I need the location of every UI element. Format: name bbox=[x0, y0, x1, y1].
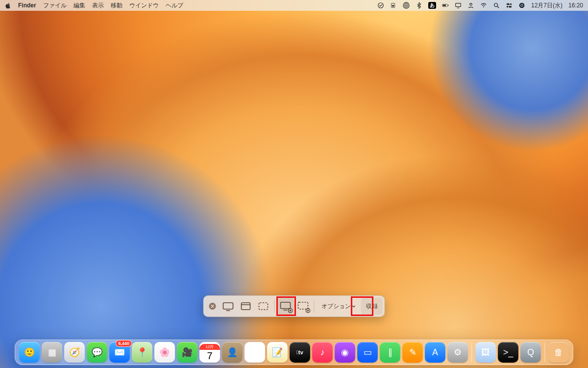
screenshot-action-button[interactable]: 収録 bbox=[361, 298, 383, 315]
dock-app-messages[interactable]: 💬 bbox=[87, 342, 107, 363]
battery-menu-icon[interactable] bbox=[390, 0, 397, 11]
airdrop-icon[interactable] bbox=[403, 0, 410, 11]
svg-rect-13 bbox=[507, 3, 510, 5]
siri-icon[interactable] bbox=[518, 0, 525, 11]
dock-app-photos[interactable]: 🌸 bbox=[154, 342, 175, 363]
capture-entire-screen-button[interactable] bbox=[220, 298, 237, 315]
dock-app-trash[interactable]: 🗑 bbox=[548, 342, 569, 363]
user-icon[interactable] bbox=[467, 0, 474, 11]
svg-rect-2 bbox=[392, 5, 394, 7]
dock-separator bbox=[471, 342, 472, 362]
dock-app-finder[interactable]: 🙂 bbox=[19, 342, 40, 363]
svg-rect-15 bbox=[509, 6, 512, 8]
svg-point-10 bbox=[470, 3, 472, 5]
toolbar-separator bbox=[274, 300, 275, 312]
screenshot-close-button[interactable] bbox=[206, 298, 220, 315]
dock-app-tv[interactable]: tv bbox=[290, 342, 310, 363]
screen-mirror-icon[interactable] bbox=[455, 0, 462, 11]
dock-separator bbox=[544, 342, 545, 362]
dock-container: 🙂▦🧭💬✉️6,440📍🌸🎥12月7👤☰📝tv♪◉▭∥✎A⚙︎🖼>_Q🗑 bbox=[15, 340, 573, 365]
dock-app-preview[interactable]: 🖼 bbox=[475, 342, 496, 363]
dock-app-terminal[interactable]: >_ bbox=[498, 342, 518, 363]
svg-point-0 bbox=[378, 3, 384, 8]
svg-rect-9 bbox=[456, 3, 461, 7]
menu-help[interactable]: ヘルプ bbox=[166, 0, 183, 11]
spotlight-icon[interactable] bbox=[493, 0, 500, 11]
svg-rect-22 bbox=[242, 303, 250, 310]
dock-app-music[interactable]: ♪ bbox=[312, 342, 333, 363]
menu-file[interactable]: ファイル bbox=[43, 0, 67, 11]
dock-app-system-settings[interactable]: ⚙︎ bbox=[447, 342, 468, 363]
dock-badge: 6,440 bbox=[116, 340, 132, 347]
capture-window-button[interactable] bbox=[237, 298, 255, 315]
menu-window[interactable]: ウインドウ bbox=[129, 0, 159, 11]
bluetooth-icon[interactable] bbox=[416, 0, 422, 11]
svg-rect-7 bbox=[443, 4, 446, 6]
control-center-icon[interactable] bbox=[506, 0, 513, 11]
dock: 🙂▦🧭💬✉️6,440📍🌸🎥12月7👤☰📝tv♪◉▭∥✎A⚙︎🖼>_Q🗑 bbox=[15, 340, 573, 365]
svg-rect-21 bbox=[223, 303, 233, 309]
capture-selection-button[interactable] bbox=[255, 298, 272, 315]
svg-point-11 bbox=[483, 6, 484, 7]
menubar: Finder ファイル 編集 表示 移動 ウインドウ ヘルプ あ 12月7日(水… bbox=[0, 0, 588, 11]
menubar-time[interactable]: 16:20 bbox=[568, 0, 583, 11]
svg-point-12 bbox=[494, 3, 498, 7]
task-icon[interactable] bbox=[377, 0, 384, 11]
svg-rect-23 bbox=[259, 303, 268, 310]
dock-app-notes[interactable]: 📝 bbox=[267, 342, 288, 363]
dock-app-safari[interactable]: 🧭 bbox=[64, 342, 85, 363]
dock-app-keynote[interactable]: ▭ bbox=[357, 342, 378, 363]
svg-point-17 bbox=[519, 3, 525, 8]
dock-app-quicktime[interactable]: Q bbox=[520, 342, 541, 363]
dock-app-appstore[interactable]: A bbox=[425, 342, 445, 363]
svg-point-16 bbox=[507, 6, 509, 8]
dock-app-pages[interactable]: ✎ bbox=[402, 342, 423, 363]
apple-menu[interactable] bbox=[5, 0, 11, 11]
menubar-left: Finder ファイル 編集 表示 移動 ウインドウ ヘルプ bbox=[5, 0, 183, 11]
menu-edit[interactable]: 編集 bbox=[74, 0, 85, 11]
svg-point-26 bbox=[290, 310, 292, 312]
record-selection-button[interactable] bbox=[294, 298, 312, 315]
ime-indicator[interactable]: あ bbox=[428, 0, 436, 11]
record-entire-screen-button[interactable] bbox=[277, 298, 294, 315]
toolbar-separator bbox=[314, 300, 315, 312]
dock-app-facetime[interactable]: 🎥 bbox=[177, 342, 197, 363]
dock-app-contacts[interactable]: 👤 bbox=[222, 342, 243, 363]
dock-app-podcasts[interactable]: ◉ bbox=[335, 342, 355, 363]
menubar-date[interactable]: 12月7日(水) bbox=[531, 0, 563, 11]
dock-app-mail[interactable]: ✉️6,440 bbox=[109, 342, 130, 363]
svg-point-29 bbox=[307, 310, 309, 312]
options-label: オプション bbox=[321, 302, 351, 311]
chevron-down-icon bbox=[352, 304, 356, 309]
svg-point-4 bbox=[404, 3, 408, 7]
battery-icon[interactable] bbox=[442, 0, 449, 11]
screenshot-options-button[interactable]: オプション bbox=[317, 298, 361, 315]
menubar-status: あ 12月7日(水) 16:20 bbox=[377, 0, 583, 11]
svg-rect-8 bbox=[448, 5, 448, 6]
action-label: 収録 bbox=[366, 302, 378, 311]
menu-go[interactable]: 移動 bbox=[111, 0, 122, 11]
dock-app-numbers[interactable]: ∥ bbox=[380, 342, 400, 363]
dock-app-launchpad[interactable]: ▦ bbox=[42, 342, 62, 363]
screenshot-toolbar: オプション 収録 bbox=[203, 295, 385, 317]
dock-app-calendar[interactable]: 12月7 bbox=[199, 342, 220, 363]
menu-view[interactable]: 表示 bbox=[92, 0, 104, 11]
svg-point-14 bbox=[510, 3, 512, 5]
menubar-app-name[interactable]: Finder bbox=[18, 0, 36, 11]
dock-app-reminders[interactable]: ☰ bbox=[245, 342, 265, 363]
svg-point-3 bbox=[405, 4, 407, 6]
wifi-icon[interactable] bbox=[480, 0, 487, 11]
dock-app-maps[interactable]: 📍 bbox=[132, 342, 152, 363]
